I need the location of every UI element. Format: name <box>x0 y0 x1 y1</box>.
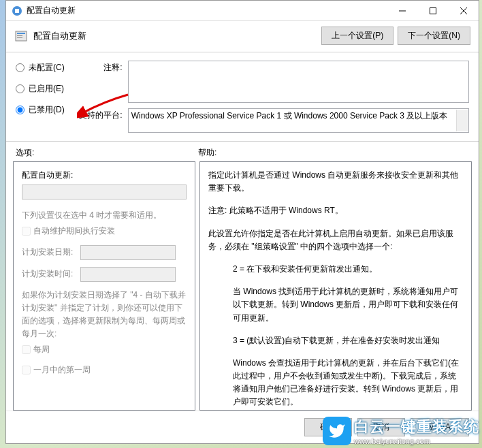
maximize-button[interactable] <box>417 1 448 20</box>
help-text: 2 = 在下载和安装任何更新前发出通知。 <box>208 263 463 276</box>
titlebar: 配置自动更新 <box>6 1 479 21</box>
dialog-window: 配置自动更新 配置自动更新 上一个设置(P) 下一个设置(N) 未配置(C) 已… <box>5 0 479 444</box>
minimize-button[interactable] <box>387 1 417 20</box>
divider <box>6 52 479 52</box>
weekly-checkbox-row: 每周 <box>22 343 187 356</box>
maximize-icon <box>430 7 436 14</box>
help-label: 帮助: <box>198 147 216 159</box>
first-week-checkbox[interactable] <box>22 366 31 374</box>
divider <box>6 141 479 142</box>
prev-setting-button[interactable]: 上一个设置(P) <box>321 27 393 45</box>
help-text: 此设置允许你指定是否在此计算机上启用自动更新。如果已启用该服务，必须在 "组策略… <box>208 227 463 253</box>
options-title: 配置自动更新: <box>22 169 187 182</box>
options-label: 选项: <box>16 147 198 159</box>
radio-not-configured[interactable]: 未配置(C) <box>16 62 65 74</box>
configure-dropdown[interactable] <box>22 185 187 199</box>
first-week-checkbox-row: 一月中的第一周 <box>22 364 187 377</box>
options-note: 下列设置仅在选中 4 时才需要和适用。 <box>22 209 187 222</box>
nav-buttons: 上一个设置(P) 下一个设置(N) <box>321 27 470 45</box>
install-time-dropdown[interactable] <box>80 267 176 282</box>
options-paragraph: 如果你为计划安装日期选择了 "4 - 自动下载并计划安装" 并指定了计划，则你还… <box>22 289 187 341</box>
options-panel[interactable]: 配置自动更新: 下列设置仅在选中 4 时才需要和适用。 自动维护期间执行安装 计… <box>13 161 195 411</box>
platform-box[interactable]: Windows XP Professional Service Pack 1 或… <box>128 108 469 133</box>
help-text: 指定此计算机是否通过 Windows 自动更新服务来接收安全更新和其他重要下载。 <box>208 169 463 195</box>
maintenance-checkbox[interactable] <box>22 227 31 236</box>
header-title: 配置自动更新 <box>33 30 316 42</box>
svg-rect-7 <box>17 33 25 34</box>
config-area: 未配置(C) 已启用(E) 已禁用(D) 注释: 支持的平台: Windows … <box>6 54 479 140</box>
comment-row: 注释: <box>78 61 469 103</box>
svg-rect-3 <box>430 7 436 14</box>
comment-input[interactable] <box>128 61 469 103</box>
maintenance-checkbox-row: 自动维护期间执行安装 <box>22 225 187 238</box>
minimize-icon <box>399 7 406 14</box>
next-setting-button[interactable]: 下一个设置(N) <box>398 27 470 45</box>
radio-disabled[interactable]: 已禁用(D) <box>16 104 65 116</box>
install-time-row: 计划安装时间: <box>22 267 187 282</box>
close-button[interactable] <box>448 1 479 20</box>
fields-column: 注释: 支持的平台: Windows XP Professional Servi… <box>78 61 469 133</box>
install-day-dropdown[interactable] <box>80 245 176 260</box>
header-row: 配置自动更新 上一个设置(P) 下一个设置(N) <box>6 21 479 50</box>
section-labels: 选项: 帮助: <box>6 143 479 161</box>
svg-rect-8 <box>17 35 22 36</box>
window-controls <box>387 1 479 20</box>
help-panel[interactable]: 指定此计算机是否通过 Windows 自动更新服务来接收安全更新和其他重要下载。… <box>199 161 472 411</box>
install-day-row: 计划安装日期: <box>22 245 187 260</box>
platform-row: 支持的平台: Windows XP Professional Service P… <box>78 108 469 133</box>
radio-group: 未配置(C) 已启用(E) 已禁用(D) <box>16 61 65 133</box>
help-text: 3 = (默认设置)自动下载更新，并在准备好安装时发出通知 <box>208 334 463 347</box>
footer: 确定 取消 应用(A) <box>6 411 479 443</box>
help-text: 注意: 此策略不适用于 Windows RT。 <box>208 204 463 217</box>
window-title: 配置自动更新 <box>27 5 387 16</box>
apply-button[interactable]: 应用(A) <box>411 418 469 436</box>
close-icon <box>460 7 467 14</box>
policy-icon <box>14 29 28 43</box>
weekly-checkbox[interactable] <box>22 345 31 354</box>
main-panels: 配置自动更新: 下列设置仅在选中 4 时才需要和适用。 自动维护期间执行安装 计… <box>6 161 479 411</box>
cancel-button[interactable]: 取消 <box>357 418 405 436</box>
app-icon <box>12 5 22 16</box>
svg-rect-9 <box>17 37 22 38</box>
ok-button[interactable]: 确定 <box>304 418 352 436</box>
svg-rect-1 <box>15 9 19 13</box>
platform-label: 支持的平台: <box>78 108 123 133</box>
radio-enabled[interactable]: 已启用(E) <box>16 83 65 95</box>
comment-label: 注释: <box>78 61 123 103</box>
help-text: Windows 会查找适用于此计算机的更新，并在后台下载它们(在此过程中，用户不… <box>208 357 463 409</box>
help-text: 当 Windows 找到适用于此计算机的更新时，系统将通知用户可以下载更新。转到… <box>208 285 463 325</box>
